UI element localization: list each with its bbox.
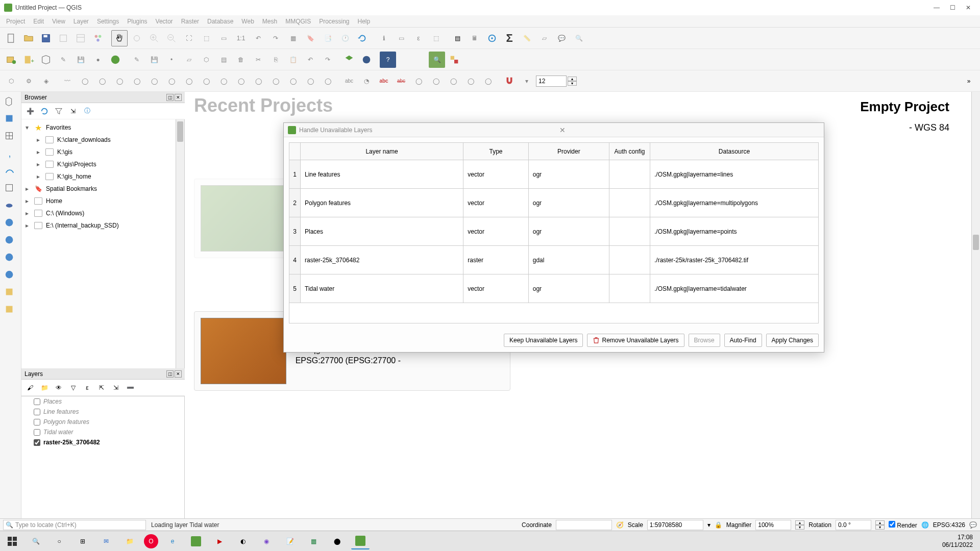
new-geopackage-button[interactable]: + [20,52,37,68]
overflow-button[interactable]: » [961,73,977,89]
open-project-button[interactable] [20,30,37,46]
dialog-close-button[interactable]: ✕ [559,126,820,134]
snap-button[interactable]: ⬡ [3,73,19,89]
add-mesh-button[interactable] [1,129,18,144]
layer-name[interactable]: Polygon features [43,418,89,425]
zoom-selection-button[interactable]: ⬚ [198,30,214,46]
maximize-button[interactable]: ☐ [950,4,955,11]
home-node[interactable]: Home [46,197,62,205]
label-diagram-button[interactable]: ◔ [358,73,375,89]
redo-button[interactable]: ↷ [320,52,336,68]
browser-props-button[interactable]: ⓘ [82,106,93,117]
digitize-7-button[interactable]: ◯ [181,73,197,89]
label-tool-5-button[interactable]: ◯ [480,73,496,89]
measure-button[interactable]: 📏 [519,30,535,46]
add-spatialite-button[interactable] [1,163,18,179]
scale-input[interactable] [647,520,703,530]
label-tool-1-button[interactable]: ◯ [410,73,427,89]
pan-button[interactable] [111,30,128,46]
temporal-button[interactable]: 🕐 [337,30,353,46]
label-tool-2-button[interactable]: ◯ [428,73,444,89]
modify-attrs-button[interactable]: ▤ [215,52,232,68]
layers-panel-float-button[interactable]: ◫ [166,370,174,378]
browser-item[interactable]: K:\gis_home [57,173,91,180]
digitize-2-button[interactable]: ◯ [94,73,110,89]
add-feature-button[interactable]: ● [90,52,106,68]
snap-settings-button[interactable]: ⚙ [20,73,37,89]
unavailable-layers-table[interactable]: Layer name Type Provider Auth config Dat… [289,142,819,303]
crs-icon[interactable]: 🌐 [921,521,929,529]
pan-selection-button[interactable] [129,30,145,46]
digitize-11-button[interactable]: ◯ [250,73,266,89]
browser-item[interactable]: K:\gis [57,148,72,156]
digitize-1-button[interactable]: ◯ [77,73,93,89]
plugin-pencil-button[interactable] [446,52,462,68]
close-button[interactable]: ✕ [966,4,971,11]
digitize-15-button[interactable]: ◯ [320,73,336,89]
zoom-next-button[interactable]: ↷ [267,30,284,46]
snap-dropdown-button[interactable]: ▾ [519,73,535,89]
table-row[interactable]: 1Line featuresvectorogr./OSM.gpkg|layern… [289,160,819,189]
digitize-8-button[interactable]: ◯ [198,73,214,89]
osm-button[interactable] [107,52,124,68]
add-raster-button[interactable] [1,111,18,127]
menu-help[interactable]: Help [355,17,374,26]
new-shapefile-button[interactable] [38,52,54,68]
menu-processing[interactable]: Processing [316,17,352,26]
label-abc-button[interactable]: abc [341,73,357,89]
add-virtual-button[interactable] [1,181,18,196]
zoom-layer-button[interactable]: ▭ [215,30,232,46]
taskbar-opera-button[interactable]: O [144,534,158,548]
apply-changes-button[interactable]: Apply Changes [766,334,819,347]
browse-button[interactable]: Browse [689,334,720,347]
browser-filter-button[interactable] [53,106,64,117]
browser-tree[interactable]: ▾★Favorites ▸K:\clare_downloads ▸K:\gis … [21,119,184,234]
annotation-button[interactable]: 🔍 [571,30,587,46]
coordinate-capture-icon[interactable]: 🧭 [616,521,624,529]
layers-add-group-button[interactable]: 📁 [39,382,50,393]
menu-database[interactable]: Database [204,17,236,26]
menu-vector[interactable]: Vector [153,17,176,26]
browser-add-button[interactable]: ➕ [24,106,36,117]
menu-layer[interactable]: Layer [70,17,92,26]
add-wms-button[interactable] [1,215,18,231]
render-checkbox[interactable] [889,521,895,528]
crs-label[interactable]: EPSG:4326 [933,521,965,529]
col-auth[interactable]: Auth config [609,143,650,160]
digitize-10-button[interactable]: ◯ [233,73,249,89]
copy-button[interactable]: ⎘ [267,52,284,68]
menu-web[interactable]: Web [238,17,257,26]
layout-manager-button[interactable] [72,30,89,46]
add-xyz-button[interactable] [1,233,18,248]
scale-dropdown-icon[interactable]: ▾ [707,521,710,529]
layer-name[interactable]: Line features [43,408,79,415]
menu-plugins[interactable]: Plugins [124,17,150,26]
label-abc-red-button[interactable]: abc [376,73,392,89]
tile-plus-button[interactable] [341,52,357,68]
save-edits-button[interactable]: 💾 [72,52,89,68]
table-row[interactable]: 3Placesvectorogr./OSM.gpkg|layername=poi… [289,217,819,246]
coordinate-input[interactable] [556,520,612,530]
add-point-button[interactable]: • [163,52,180,68]
magnifier-spinner[interactable]: ▴▾ [795,520,804,530]
browser-item[interactable]: K:\gis\Projects [57,161,96,168]
table-row[interactable]: 2Polygon featuresvectorogr./OSM.gpkg|lay… [289,189,819,217]
taskbar-app2-button[interactable]: ◉ [257,533,276,549]
auto-find-button[interactable]: Auto-Find [724,334,762,347]
vertex-tool-button[interactable]: ⬡ [198,52,214,68]
help-button[interactable]: ? [380,52,396,68]
drive-node[interactable]: C:\ (Windows) [46,210,84,217]
refresh-button[interactable] [354,30,371,46]
zoom-full-button[interactable]: ⛶ [181,30,197,46]
layers-expand-button[interactable]: ⇱ [96,382,107,393]
current-edits-button[interactable]: ✎ [129,52,145,68]
menu-view[interactable]: View [49,17,68,26]
new-bookmark-button[interactable]: 🔖 [302,30,318,46]
layer-checkbox[interactable] [34,398,40,405]
globe-button[interactable] [358,52,375,68]
trace-button[interactable]: 〰 [59,73,76,89]
digitize-9-button[interactable]: ◯ [215,73,232,89]
digitize-3-button[interactable]: ◯ [111,73,128,89]
start-button[interactable] [3,533,21,549]
magnet-button[interactable] [501,73,518,89]
